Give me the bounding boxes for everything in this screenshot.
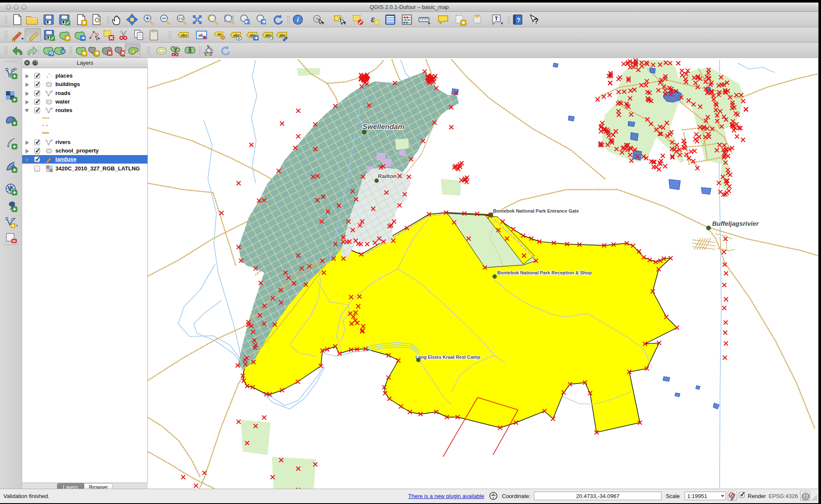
svg-text:✱: ✱ bbox=[82, 20, 86, 25]
svg-text:Bontebok National Park Recepti: Bontebok National Park Reception & Shop bbox=[497, 270, 592, 275]
svg-text:Lang Elsies Kraal Rest Camp: Lang Elsies Kraal Rest Camp bbox=[415, 354, 481, 360]
svg-text:ab: ab bbox=[199, 33, 203, 37]
svg-text:Swellendam: Swellendam bbox=[363, 123, 404, 131]
svg-text:?: ? bbox=[516, 16, 520, 23]
svg-text:abc: abc bbox=[181, 33, 187, 37]
svg-text:✱: ✱ bbox=[66, 35, 69, 40]
svg-text:?: ? bbox=[534, 17, 539, 25]
svg-text:ab: ab bbox=[217, 32, 221, 36]
svg-text:✱: ✱ bbox=[12, 224, 15, 228]
svg-text:Buffeljagsrivier: Buffeljagsrivier bbox=[712, 220, 759, 227]
svg-text:✱: ✱ bbox=[461, 20, 465, 25]
svg-text:✱: ✱ bbox=[82, 51, 86, 56]
svg-text:Bontebok National Park Entranc: Bontebok National Park Entrance Gate bbox=[493, 208, 579, 213]
svg-text:T: T bbox=[495, 15, 498, 22]
svg-text:Railton: Railton bbox=[378, 173, 397, 179]
svg-text:abc: abc bbox=[279, 33, 286, 37]
svg-text:✱: ✱ bbox=[95, 51, 99, 56]
svg-text:1:1: 1:1 bbox=[178, 17, 183, 20]
